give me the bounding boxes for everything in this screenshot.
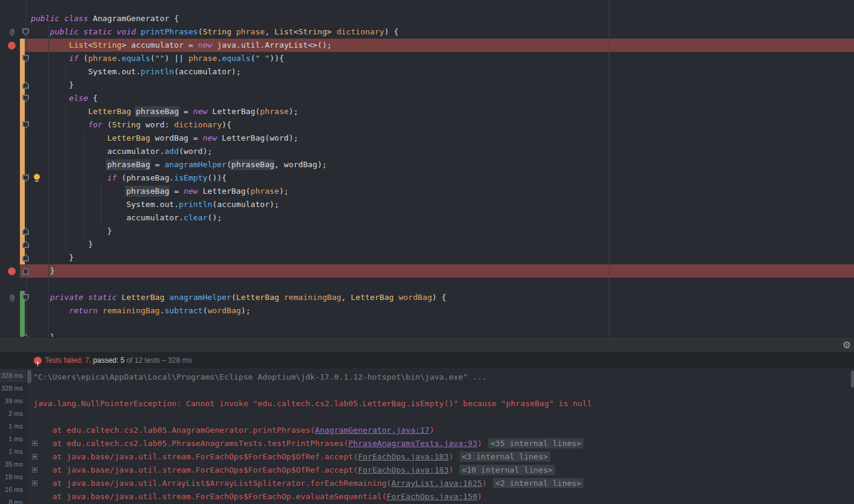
code-line[interactable]: System.out.println(accumulator); (0, 198, 854, 211)
test-duration-row[interactable]: 1 ms (0, 445, 27, 458)
stacktrace-link[interactable]: PhraseAnagramsTests.java:93 (348, 439, 477, 448)
status-summary-text: of 12 tests – 328 ms (124, 356, 191, 365)
test-duration-row[interactable]: 328 ms (0, 382, 27, 395)
test-status-bar: ! Tests failed: 7, passed: 5 of 12 tests… (0, 352, 854, 368)
code-line[interactable]: } (0, 331, 854, 337)
code-line[interactable]: else { (0, 92, 854, 105)
fold-end-icon[interactable] (22, 241, 29, 248)
code-token: for (88, 120, 103, 129)
code-line[interactable]: public static void printPhrases(String p… (0, 25, 854, 39)
code-line[interactable]: } (0, 264, 854, 278)
fold-collapse-icon[interactable] (22, 174, 29, 182)
code-line[interactable]: public class AnagramGenerator { (0, 12, 854, 25)
code-token: LetterBag (88, 107, 131, 116)
code-line[interactable]: for (String word: dictionary){ (0, 118, 854, 132)
test-duration-row[interactable]: 18 ms (0, 471, 27, 483)
test-duration-row[interactable]: 35 ms (0, 458, 27, 471)
code-line[interactable]: } (0, 238, 854, 251)
test-duration-row[interactable]: 16 ms (0, 483, 27, 496)
code-line[interactable] (0, 317, 854, 331)
code-token: ()){ (208, 173, 227, 182)
stacktrace-link[interactable]: ForEachOps.java:183 (358, 452, 449, 461)
lightbulb-icon[interactable] (34, 174, 40, 182)
console-line: java.lang.NullPointerException: Cannot i… (31, 397, 854, 410)
expand-icon[interactable]: + (32, 480, 37, 486)
test-duration-row[interactable]: 328 ms (0, 369, 27, 382)
code-token: equals (222, 54, 250, 63)
code-line[interactable]: if (phrase.equals("") || phrase.equals("… (0, 52, 854, 65)
test-duration-value: 1 ms (8, 420, 23, 433)
code-line[interactable]: LetterBag wordBag = new LetterBag(word); (0, 132, 854, 145)
code-line[interactable]: LetterBag phraseBag = new LetterBag(phra… (0, 105, 854, 118)
code-token: { (88, 94, 98, 103)
expand-icon[interactable]: + (32, 441, 37, 446)
test-duration-row[interactable]: 1 ms (0, 420, 27, 433)
code-token: , (265, 27, 275, 36)
stacktrace-link[interactable]: AnagramGenerator.java:17 (315, 426, 430, 435)
internal-lines-badge[interactable]: <10 internal lines> (460, 465, 555, 475)
internal-lines-badge[interactable]: <2 internal lines> (493, 478, 583, 488)
gear-icon[interactable]: ⚙ (843, 337, 851, 352)
code-line[interactable]: System.out.println(accumulator); (0, 65, 854, 78)
code-token: isEmpty (174, 173, 207, 182)
code-token: LetterBag (121, 293, 164, 302)
internal-lines-badge[interactable]: <3 internal lines> (460, 451, 550, 462)
fold-end-icon[interactable] (22, 267, 29, 275)
console-scrollbar-thumb[interactable] (851, 371, 854, 388)
test-duration-row[interactable]: 8 ms (0, 496, 27, 504)
breakpoint-icon[interactable] (8, 42, 16, 49)
code-token: phraseBag = (31, 160, 164, 169)
code-token: phrase (260, 107, 289, 116)
test-output-panel: 328 ms328 ms39 ms2 ms1 ms1 ms1 ms35 ms18… (0, 368, 854, 504)
code-line[interactable]: accumulator.add(word); (0, 145, 854, 158)
code-line[interactable]: accumulator.clear(); (0, 211, 854, 225)
console-text: ) (449, 465, 458, 474)
fold-collapse-icon[interactable] (22, 55, 29, 62)
expand-icon[interactable]: + (32, 467, 37, 473)
tree-scrollbar-thumb[interactable] (27, 370, 31, 383)
fold-collapse-icon[interactable] (22, 28, 29, 36)
code-token: List (274, 27, 294, 36)
console-line: + at java.base/java.util.stream.ForEachO… (31, 450, 854, 464)
fold-collapse-icon[interactable] (22, 294, 29, 301)
console-output[interactable]: "C:\Users\epica\AppData\Local\Programs\E… (31, 368, 854, 504)
stacktrace-link[interactable]: ForEachOps.java:183 (358, 465, 449, 474)
internal-lines-badge[interactable]: <35 internal lines> (488, 438, 583, 448)
test-duration-row[interactable]: 1 ms (0, 433, 27, 445)
code-token: println (141, 67, 174, 76)
code-line[interactable] (0, 278, 854, 291)
fold-end-icon[interactable] (22, 81, 29, 89)
stacktrace-link[interactable]: ArrayList.java:1625 (391, 479, 482, 488)
annotation-icon: @ (7, 291, 17, 304)
expand-icon[interactable]: + (32, 454, 37, 459)
code-line[interactable]: phraseBag = anagramHelper(phraseBag, wor… (0, 158, 854, 171)
console-text: at java.base/java.util.stream.ForEachOps… (33, 465, 358, 474)
console-line (31, 410, 854, 424)
code-line[interactable]: } (0, 78, 854, 92)
fold-end-icon[interactable] (22, 228, 29, 235)
fold-collapse-icon[interactable] (22, 95, 29, 102)
code-line[interactable]: private static LetterBag anagramHelper(L… (0, 291, 854, 304)
code-editor[interactable]: public class AnagramGenerator { public s… (0, 0, 854, 337)
code-line[interactable]: } (0, 225, 854, 238)
code-token: } (31, 80, 74, 89)
fold-end-icon[interactable] (22, 254, 29, 261)
test-duration-row[interactable]: 39 ms (0, 395, 27, 407)
fold-collapse-icon[interactable] (22, 121, 29, 129)
code-token: phrase (88, 54, 117, 63)
code-line[interactable]: if (phraseBag.isEmpty()){ (0, 171, 854, 185)
test-duration-row[interactable]: 2 ms (0, 407, 27, 420)
code-line[interactable]: return remainingBag.subtract(wordBag); (0, 304, 854, 317)
tests-failed-icon: ! (34, 357, 42, 365)
code-line[interactable]: phraseBag = new LetterBag(phrase); (0, 185, 854, 198)
code-token: public static void (50, 27, 136, 36)
test-tree-durations[interactable]: 328 ms328 ms39 ms2 ms1 ms1 ms1 ms35 ms18… (0, 368, 27, 504)
code-token (31, 54, 69, 63)
code-line[interactable]: } (0, 251, 854, 264)
stacktrace-link[interactable]: ForEachOps.java:150 (387, 492, 477, 501)
code-token: "" (155, 54, 165, 63)
code-token: phraseBag = (131, 107, 193, 116)
breakpoint-icon[interactable] (8, 267, 16, 275)
code-token (31, 306, 69, 315)
code-line[interactable]: List<String> accumulator = new java.util… (0, 39, 854, 52)
